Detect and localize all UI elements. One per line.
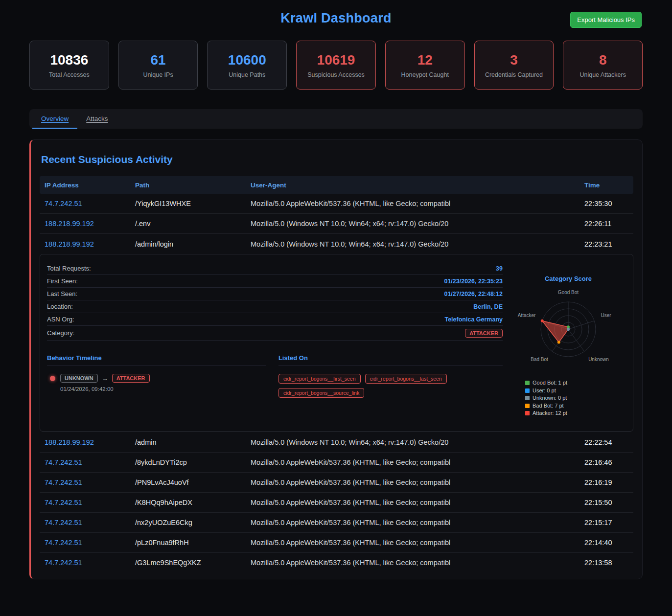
legend-label: Good Bot: 1 pt <box>533 379 567 387</box>
ip-link[interactable]: 74.7.242.51 <box>45 539 82 547</box>
ip-link[interactable]: 74.7.242.51 <box>45 479 82 486</box>
stat-card: 10619Suspicious Accesses <box>296 41 376 90</box>
ip-detail-fields: Total Requests:39First Seen:01/23/2026, … <box>47 262 503 417</box>
legend-swatch-icon <box>525 388 530 393</box>
ip-link[interactable]: 188.218.99.192 <box>45 438 94 446</box>
stat-label: Total Accesses <box>49 71 90 78</box>
time-cell: 22:16:19 <box>579 479 633 486</box>
detail-field-row: First Seen:01/23/2026, 22:35:23 <box>47 275 503 288</box>
ip-link[interactable]: 188.218.99.192 <box>45 240 94 248</box>
listed-on-title: Listed On <box>278 354 503 366</box>
legend-item: User: 0 pt <box>525 387 567 395</box>
radar-axis-label: User <box>601 313 612 318</box>
blocklist-badge: cidr_report_bogons__source_link <box>278 388 364 398</box>
field-value: Berlin, DE <box>473 303 503 310</box>
path-cell: /.env <box>130 220 246 228</box>
stat-card: 8Unique Attackers <box>563 41 643 90</box>
category-field-row: Category: ATTACKER <box>47 326 503 341</box>
time-cell: 22:14:40 <box>579 539 633 547</box>
user-agent-cell: Mozilla/5.0 (Windows NT 10.0; Win64; x64… <box>246 240 579 248</box>
behavior-timeline-section: Behavior Timeline UNKNOWN → ATTACKER <box>47 354 266 398</box>
stat-label: Credentials Captured <box>485 71 543 78</box>
suspicious-activity-table: IP AddressPathUser-AgentTime 74.7.242.51… <box>40 176 633 573</box>
radar-chart: Good BotUserUnknownBad BotAttacker <box>511 285 625 373</box>
ip-detail-panel: Total Requests:39First Seen:01/23/2026, … <box>40 254 633 432</box>
time-cell: 22:15:17 <box>579 519 633 526</box>
timeline-timestamp: 01/24/2026, 09:42:00 <box>60 386 150 392</box>
tab-overview[interactable]: Overview <box>32 109 77 129</box>
section-title: Recent Suspicious Activity <box>41 154 633 165</box>
table-row[interactable]: 74.7.242.51/8ykdLnDYTi2cpMozilla/5.0 App… <box>40 453 633 473</box>
column-header-ip: IP Address <box>40 182 130 189</box>
table-row[interactable]: 74.7.242.51/pLz0Fnua9fRhHMozilla/5.0 App… <box>40 533 633 553</box>
path-cell: /admin <box>130 438 246 446</box>
path-cell: /8ykdLnDYTi2cp <box>130 458 246 466</box>
table-row[interactable]: 188.218.99.192/.envMozilla/5.0 (Windows … <box>40 214 633 234</box>
time-cell: 22:22:54 <box>579 438 633 446</box>
table-row[interactable]: 74.7.242.51/YiqykGI13WHXEMozilla/5.0 App… <box>40 194 633 214</box>
field-value: Telefonica Germany <box>444 316 503 323</box>
stat-value: 61 <box>151 52 166 68</box>
stat-label: Unique IPs <box>143 71 173 78</box>
table-row[interactable]: 74.7.242.51/PN9LvAcJ4uoVfMozilla/5.0 App… <box>40 473 633 493</box>
field-label: Total Requests: <box>47 265 91 272</box>
tab-attacks[interactable]: Attacks <box>77 109 116 129</box>
page-title: Krawl Dashboard <box>29 11 643 26</box>
ip-link[interactable]: 74.7.242.51 <box>45 458 82 466</box>
column-header-ua: User-Agent <box>246 182 579 189</box>
table-rows-after-detail: 188.218.99.192/adminMozilla/5.0 (Windows… <box>40 433 633 573</box>
listed-on-section: Listed On cidr_report_bogons__first_seen… <box>278 354 503 398</box>
radar-axis-label: Good Bot <box>558 290 579 295</box>
field-value: 01/23/2026, 22:35:23 <box>444 278 503 285</box>
table-row[interactable]: 74.7.242.51/nx2yUOZuE6CkgMozilla/5.0 App… <box>40 513 633 533</box>
ip-link[interactable]: 74.7.242.51 <box>45 519 82 526</box>
path-cell: /pLz0Fnua9fRhH <box>130 539 246 547</box>
category-badge: ATTACKER <box>465 329 503 338</box>
blocklist-badge: cidr_report_bogons__first_seen <box>278 374 361 384</box>
user-agent-cell: Mozilla/5.0 AppleWebKit/537.36 (KHTML, l… <box>246 458 579 466</box>
time-cell: 22:16:46 <box>579 458 633 466</box>
legend-label: User: 0 pt <box>533 387 556 395</box>
timeline-item: UNKNOWN → ATTACKER 01/24/2026, 09:42:00 <box>50 374 266 392</box>
user-agent-cell: Mozilla/5.0 AppleWebKit/537.36 (KHTML, l… <box>246 200 579 207</box>
user-agent-cell: Mozilla/5.0 AppleWebKit/537.36 (KHTML, l… <box>246 519 579 526</box>
user-agent-cell: Mozilla/5.0 (Windows NT 10.0; Win64; x64… <box>246 220 579 228</box>
path-cell: /admin/login <box>130 240 246 248</box>
field-label: ASN Org: <box>47 316 74 323</box>
stat-card: 12Honeypot Caught <box>385 41 465 90</box>
arrow-right-icon: → <box>102 375 108 382</box>
column-header-path: Path <box>130 182 246 189</box>
stat-card: 10836Total Accesses <box>29 41 109 90</box>
user-agent-cell: Mozilla/5.0 (Windows NT 10.0; Win64; x64… <box>246 438 579 446</box>
tab-bar: OverviewAttacks <box>29 109 643 129</box>
table-row[interactable]: 74.7.242.51/K8HQq9hAipeDXMozilla/5.0 App… <box>40 493 633 513</box>
export-malicious-ips-button[interactable]: Export Malicious IPs <box>570 12 642 28</box>
path-cell: /nx2yUOZuE6Ckg <box>130 519 246 526</box>
krawl-dashboard-page: Krawl Dashboard Export Malicious IPs 108… <box>0 0 672 616</box>
table-row[interactable]: 188.218.99.192/admin/loginMozilla/5.0 (W… <box>40 234 633 254</box>
time-cell: 22:26:11 <box>579 220 633 228</box>
category-score-chart: Category Score Good BotUserUnknownBad Bo… <box>511 262 625 417</box>
legend-label: Unknown: 0 pt <box>533 394 567 402</box>
path-cell: /G3Lme9ShEQgXKZ <box>130 559 246 567</box>
table-row[interactable]: 74.7.242.51/G3Lme9ShEQgXKZMozilla/5.0 Ap… <box>40 553 633 573</box>
stats-row: 10836Total Accesses61Unique IPs10600Uniq… <box>29 41 643 90</box>
legend-label: Bad Bot: 7 pt <box>533 402 564 410</box>
legend-swatch-icon <box>525 411 530 415</box>
path-cell: /YiqykGI13WHXE <box>130 200 246 207</box>
ip-link[interactable]: 74.7.242.51 <box>45 499 82 506</box>
user-agent-cell: Mozilla/5.0 AppleWebKit/537.36 (KHTML, l… <box>246 559 579 567</box>
legend-label: Attacker: 12 pt <box>533 410 567 417</box>
stat-card: 61Unique IPs <box>118 41 198 90</box>
legend-item: Bad Bot: 7 pt <box>525 402 567 410</box>
stat-value: 10836 <box>50 52 88 68</box>
stat-value: 12 <box>417 52 433 68</box>
legend-item: Attacker: 12 pt <box>525 410 567 417</box>
legend-swatch-icon <box>525 381 530 385</box>
ip-link[interactable]: 188.218.99.192 <box>45 220 94 228</box>
path-cell: /K8HQq9hAipeDX <box>130 499 246 506</box>
table-row[interactable]: 188.218.99.192/adminMozilla/5.0 (Windows… <box>40 433 633 453</box>
ip-link[interactable]: 74.7.242.51 <box>45 200 82 207</box>
stat-value: 8 <box>599 52 607 68</box>
ip-link[interactable]: 74.7.242.51 <box>45 559 82 567</box>
